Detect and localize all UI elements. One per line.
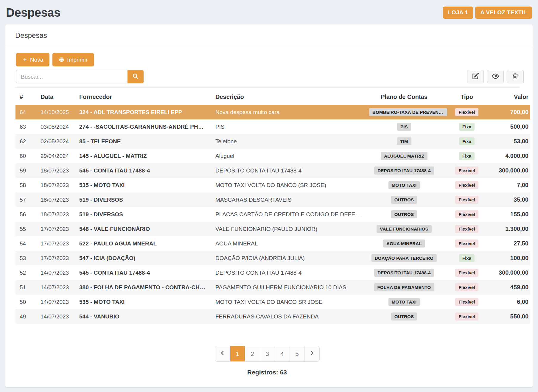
card-title: Despesas xyxy=(5,24,533,46)
cell-supplier: 545 - CONTA ITAU 17488-4 xyxy=(77,163,214,178)
cell-value: 53,00 xyxy=(493,134,530,149)
account-plan-badge: DOAÇÃO PARA TERCEIRO xyxy=(371,254,437,262)
account-plan-badge: MOTO TAXI xyxy=(388,298,420,306)
cell-value: 300.000,00 xyxy=(493,163,530,178)
column-header-id: # xyxy=(15,94,39,105)
type-badge: Flexível xyxy=(455,225,478,233)
cell-value: 550,00 xyxy=(493,309,530,324)
chevron-left-icon xyxy=(220,350,226,357)
pagination-page-button[interactable]: 3 xyxy=(260,346,275,361)
edit-button[interactable] xyxy=(467,70,484,83)
table-row[interactable]: 63 03/05/2024 274 - -SACOLITAS-GARANHUNS… xyxy=(15,119,530,134)
cell-date: 14/10/2025 xyxy=(39,105,77,119)
cell-value: 459,00 xyxy=(493,280,530,295)
store-button-loja[interactable]: LOJA 1 xyxy=(443,7,473,19)
cell-description: PAGAMENTO GUILHERM FUNCIONARIO 10 DIAS xyxy=(214,280,367,295)
edit-icon xyxy=(472,72,479,81)
column-header-date: Data xyxy=(39,94,77,105)
cell-type: Fixa xyxy=(441,251,493,265)
cell-supplier: 380 - FOLHA DE PAGAMENTO - CONTRA-CH… xyxy=(77,280,214,295)
cell-account-plan: OUTROS xyxy=(367,309,441,324)
cell-account-plan: DEPOSITO ITAU 17488-4 xyxy=(367,265,441,280)
table-row[interactable]: 56 18/07/2023 519 - DIVERSOS PLACAS CART… xyxy=(15,207,530,222)
table-row[interactable]: 55 17/07/2023 548 - VALE FUNCIONÁRIO VAL… xyxy=(15,222,530,236)
table-row[interactable]: 58 18/07/2023 535 - MOTO TAXI MOTO TAXI … xyxy=(15,178,530,192)
cell-supplier: 519 - DIVERSOS xyxy=(77,192,214,207)
delete-button[interactable] xyxy=(507,70,524,83)
column-header-supplier: Fornecedor xyxy=(77,94,214,105)
cell-account-plan: VALE FUNCIONARIOS xyxy=(367,222,441,236)
pagination-wrap: 12345 xyxy=(10,346,524,362)
pagination-page-button[interactable]: 5 xyxy=(290,346,304,361)
column-header-value: Valor xyxy=(493,94,530,105)
printer-icon xyxy=(59,57,64,63)
cell-type: Flexível xyxy=(441,222,493,236)
pagination-next-button[interactable] xyxy=(304,346,319,361)
table-row[interactable]: 64 14/10/2025 324 - ADL TRANSPORTES EIRE… xyxy=(15,105,530,119)
expenses-table-body: 64 14/10/2025 324 - ADL TRANSPORTES EIRE… xyxy=(15,105,530,324)
table-row[interactable]: 51 14/07/2023 380 - FOLHA DE PAGAMENTO -… xyxy=(15,280,530,295)
cell-description: Nova despesa muito cara xyxy=(214,105,367,119)
cell-value: 1.300,00 xyxy=(493,222,530,236)
toolbar-divider xyxy=(15,87,519,88)
account-plan-badge: OUTROS xyxy=(391,196,417,204)
search-input[interactable] xyxy=(16,70,127,83)
table-row[interactable]: 53 17/07/2023 547 - ICIA (DOAÇÃO) DOAÇÃO… xyxy=(15,251,530,265)
view-button[interactable] xyxy=(487,70,504,83)
cell-supplier: 535 - MOTO TAXI xyxy=(77,295,214,309)
cell-id: 60 xyxy=(15,149,39,163)
type-badge: Flexível xyxy=(455,312,478,321)
cell-date: 17/07/2023 xyxy=(39,251,77,265)
table-row[interactable]: 57 18/07/2023 519 - DIVERSOS MASCARAS DE… xyxy=(15,192,530,207)
chevron-right-icon xyxy=(309,350,315,357)
table-row[interactable]: 62 02/05/2024 85 - TELEFONE Telefone TIM… xyxy=(15,134,530,149)
table-row[interactable]: 60 29/04/2024 145 - ALUGUEL - MATRIZ Alu… xyxy=(15,149,530,163)
cell-type: Fixa xyxy=(441,149,493,163)
table-row[interactable]: 49 14/07/2023 544 - VANUBIO FERRADURAS C… xyxy=(15,309,530,324)
cell-date: 14/07/2023 xyxy=(39,280,77,295)
cell-type: Fixa xyxy=(441,134,493,149)
cell-type: Flexível xyxy=(441,178,493,192)
cell-description: FERRADURAS CAVALOS DA FAZENDA xyxy=(214,309,367,324)
type-badge: Fixa xyxy=(459,123,475,131)
cell-description: DEPOSITO CONTA ITAU 17488-4 xyxy=(214,163,367,178)
table-row[interactable]: 54 17/07/2023 522 - PAULO AGUA MNERAL AG… xyxy=(15,236,530,251)
pagination-prev-button[interactable] xyxy=(215,346,230,361)
table-row[interactable]: 50 14/07/2023 535 - MOTO TAXI MOTO TAXI … xyxy=(15,295,530,309)
new-expense-button[interactable]: Nova xyxy=(16,53,49,66)
pagination-page-button[interactable]: 1 xyxy=(230,346,245,361)
cell-id: 54 xyxy=(15,236,39,251)
cell-account-plan: BOMBEIRO-TAXA DE PREVEN... xyxy=(367,105,441,119)
card-body: Nova Imprimir xyxy=(5,46,533,376)
cell-value: 6,00 xyxy=(493,295,530,309)
cell-description: MOTO TAXI VOLTA DO BANCO SR JOSE xyxy=(214,295,367,309)
toolbar: Nova Imprimir xyxy=(16,53,524,66)
store-button-company[interactable]: A VELOZ TEXTIL xyxy=(475,7,532,19)
type-badge: Flexível xyxy=(455,269,478,277)
cell-account-plan: ALUGUEL MATRIZ xyxy=(367,149,441,163)
table-row[interactable]: 52 14/07/2023 545 - CONTA ITAU 17488-4 D… xyxy=(15,265,530,280)
cell-supplier: 324 - ADL TRANSPORTES EIRELI EPP xyxy=(77,105,214,119)
print-button[interactable]: Imprimir xyxy=(52,53,94,66)
cell-id: 55 xyxy=(15,222,39,236)
account-plan-badge: MOTO TAXI xyxy=(388,181,420,189)
table-row[interactable]: 59 18/07/2023 545 - CONTA ITAU 17488-4 D… xyxy=(15,163,530,178)
cell-value: 100,00 xyxy=(493,251,530,265)
cell-date: 29/04/2024 xyxy=(39,149,77,163)
plus-icon xyxy=(22,57,27,62)
cell-id: 62 xyxy=(15,134,39,149)
cell-value: 7,00 xyxy=(493,178,530,192)
pagination-page-button[interactable]: 2 xyxy=(245,346,260,361)
cell-account-plan: MOTO TAXI xyxy=(367,295,441,309)
account-plan-badge: VALE FUNCIONARIOS xyxy=(377,225,431,233)
pagination-page-button[interactable]: 4 xyxy=(275,346,290,361)
cell-value: 35,00 xyxy=(493,192,530,207)
search-button[interactable] xyxy=(127,70,144,83)
print-label: Imprimir xyxy=(67,57,88,63)
cell-supplier: 545 - CONTA ITAU 17488-4 xyxy=(77,265,214,280)
column-header-type: Tipo xyxy=(441,94,493,105)
cell-description: DOAÇÃO P/ICIA (ANDREIA JULIA) xyxy=(214,251,367,265)
search-group xyxy=(16,70,144,83)
cell-date: 18/07/2023 xyxy=(39,163,77,178)
page-header: Despesas LOJA 1 A VELOZ TEXTIL xyxy=(0,0,538,24)
